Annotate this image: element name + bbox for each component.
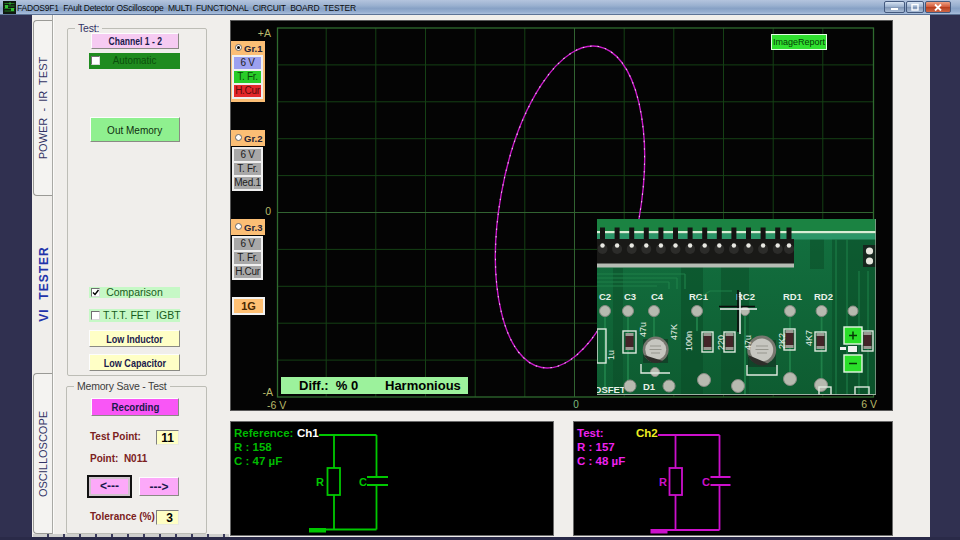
svg-text:Ch2: Ch2 <box>636 427 658 439</box>
svg-text:47K: 47K <box>669 324 679 340</box>
svg-text:2K2: 2K2 <box>777 333 787 349</box>
svg-text:47u: 47u <box>743 335 753 350</box>
svg-text:47u: 47u <box>638 322 648 337</box>
svg-text:100n: 100n <box>684 331 694 351</box>
svg-text:C2: C2 <box>599 291 611 302</box>
svg-text:C: C <box>702 476 710 488</box>
svg-text:RD1: RD1 <box>783 291 803 302</box>
svg-text:-A: -A <box>263 386 274 398</box>
svg-text:C: C <box>359 476 367 488</box>
svg-text:6 V: 6 V <box>861 398 877 410</box>
svg-text:D1: D1 <box>643 381 656 392</box>
svg-text:Ch1: Ch1 <box>297 427 319 439</box>
svg-text:+A: +A <box>258 27 271 39</box>
svg-text:RC1: RC1 <box>689 291 709 302</box>
svg-text:Test:: Test: <box>577 427 604 439</box>
svg-text:C : 48 µF: C : 48 µF <box>577 455 625 467</box>
svg-text:1u: 1u <box>606 350 616 360</box>
svg-text:R : 158: R : 158 <box>234 441 272 453</box>
svg-text:R: R <box>659 476 667 488</box>
svg-text:0: 0 <box>573 399 579 410</box>
svg-text:220: 220 <box>716 335 726 350</box>
svg-text:RC2: RC2 <box>736 291 755 302</box>
svg-text:C3: C3 <box>624 291 636 302</box>
svg-text:4K7: 4K7 <box>804 330 814 346</box>
svg-text:R : 157: R : 157 <box>577 441 615 453</box>
svg-text:RD2: RD2 <box>814 291 833 302</box>
svg-text:OSFET: OSFET <box>597 384 626 395</box>
svg-text:C : 47 µF: C : 47 µF <box>234 455 282 467</box>
svg-text:C4: C4 <box>651 291 664 302</box>
svg-text:R: R <box>316 476 324 488</box>
svg-text:-6 V: -6 V <box>267 399 286 410</box>
svg-text:0: 0 <box>265 205 271 217</box>
svg-text:Reference:: Reference: <box>234 427 293 439</box>
